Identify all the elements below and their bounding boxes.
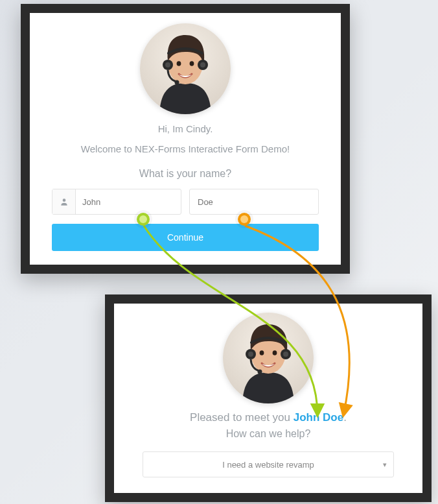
svg-point-13 [273, 350, 277, 355]
svg-point-7 [200, 62, 205, 67]
greeting-prefix: Pleased to meet you [190, 411, 294, 424]
help-question: How can we help? [130, 428, 407, 440]
svg-point-15 [248, 352, 253, 357]
greeting-suffix: . [343, 411, 347, 424]
first-name-field-wrap [52, 189, 181, 215]
person-icon [52, 189, 76, 214]
svg-point-2 [177, 61, 181, 66]
name-question: What is your name? [52, 168, 319, 180]
help-select[interactable]: I need a website revamp [143, 452, 393, 477]
last-name-input[interactable] [190, 189, 318, 214]
svg-point-3 [190, 61, 194, 66]
last-name-field-wrap [189, 189, 319, 215]
form-step-2-panel: Pleased to meet you John Doe. How can we… [105, 294, 432, 502]
greeting-user-name: John Doe [294, 411, 343, 424]
avatar [140, 23, 231, 114]
svg-point-9 [62, 198, 65, 202]
connector-origin-last-name [238, 213, 251, 226]
svg-point-8 [175, 80, 179, 85]
help-select-wrap: I need a website revamp ▾ [143, 451, 394, 477]
avatar [223, 313, 314, 403]
svg-point-17 [283, 352, 288, 357]
connector-origin-first-name [137, 213, 150, 226]
svg-point-12 [260, 350, 264, 355]
personalized-greeting: Pleased to meet you John Doe. [130, 411, 407, 424]
svg-point-18 [258, 370, 262, 374]
svg-point-5 [165, 62, 170, 67]
continue-button[interactable]: Continue [52, 224, 319, 251]
name-input-row [52, 189, 319, 215]
greeting-line-2: Welcome to NEX-Forms Interactive Form De… [52, 142, 319, 157]
greeting-line-1: Hi, Im Cindy. [52, 122, 319, 137]
form-step-1-panel: Hi, Im Cindy. Welcome to NEX-Forms Inter… [21, 4, 350, 274]
